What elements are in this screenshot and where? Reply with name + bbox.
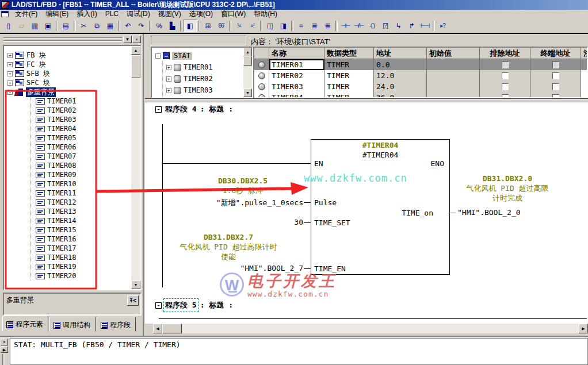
scroll-thumb[interactable] bbox=[162, 324, 182, 333]
tree-item-timer[interactable]: TIMER10 bbox=[31, 179, 130, 189]
variable-row[interactable]: TIMER02 TIMER 12.0 bbox=[254, 70, 587, 81]
pane-splitter[interactable] bbox=[145, 98, 588, 102]
terminal-checkbox[interactable] bbox=[552, 72, 559, 79]
block-instance-name[interactable]: #TIMER04 bbox=[311, 151, 449, 159]
tree-item-timer[interactable]: TIMER13 bbox=[31, 207, 130, 216]
collapse-icon[interactable]: - bbox=[7, 90, 13, 95]
collapse-network-icon[interactable]: - bbox=[155, 302, 162, 309]
output-next-button[interactable]: ▶ bbox=[1, 346, 8, 353]
scroll-up-button[interactable]: ▲ bbox=[131, 46, 140, 55]
scroll-down-button[interactable]: ▼ bbox=[243, 89, 252, 97]
toolbar-button[interactable] bbox=[334, 20, 339, 32]
expand-icon[interactable]: + bbox=[7, 53, 13, 58]
tree-item-multi-instance[interactable]: - 多重背景 bbox=[6, 87, 130, 97]
menu-item[interactable]: 编辑(E) bbox=[41, 9, 72, 18]
expand-icon[interactable]: + bbox=[7, 62, 13, 67]
tree-item-timer[interactable]: TIMER14 bbox=[31, 216, 130, 225]
branch-up-icon[interactable]: ↱ bbox=[405, 20, 418, 32]
scroll-thumb[interactable] bbox=[243, 56, 252, 66]
toolbar-button[interactable] bbox=[55, 20, 59, 32]
tree-item-timer[interactable]: TIMER17 bbox=[31, 244, 130, 253]
col-terminal[interactable]: 终端地址 bbox=[530, 48, 581, 59]
menu-item[interactable]: 文件(F) bbox=[11, 9, 41, 18]
panel-tab[interactable]: 程序元素 bbox=[2, 316, 48, 332]
output-close-button[interactable]: × bbox=[1, 339, 8, 345]
comment-toggle-icon[interactable]: ◧ bbox=[184, 20, 197, 32]
toolbar-button[interactable] bbox=[290, 20, 295, 32]
call-structure-icon[interactable]: ℅ bbox=[152, 20, 166, 32]
tree-item-timer[interactable]: TIMER05 bbox=[31, 133, 130, 143]
declaration-filter-field[interactable] bbox=[151, 36, 246, 45]
rail-icon[interactable]: ⊢⊣ bbox=[418, 20, 432, 32]
menu-item[interactable]: 视图(V) bbox=[154, 9, 185, 18]
col-datatype[interactable]: 数据类型 bbox=[324, 48, 374, 59]
connections-icon[interactable]: ⊞ bbox=[201, 20, 215, 32]
pulse-operand[interactable]: "新增".pulse_1_0secs bbox=[145, 198, 303, 208]
col-name[interactable]: 名称 bbox=[269, 48, 324, 59]
cell-name[interactable]: TIMER01 bbox=[269, 59, 324, 70]
col-exclude[interactable]: 排除地址 bbox=[480, 48, 530, 59]
help-select-icon[interactable]: ▸? bbox=[436, 20, 449, 32]
tree-item-timer[interactable]: TIMER01 bbox=[31, 97, 130, 106]
tree-item-timer[interactable]: TIMER09 bbox=[31, 170, 130, 179]
empty-box-icon[interactable]: [?] bbox=[379, 20, 392, 32]
tree-item-timer[interactable]: TIMER03 bbox=[31, 115, 130, 124]
toolbar-button[interactable] bbox=[117, 20, 121, 32]
panel-grab-bar[interactable]: ▼ × bbox=[2, 36, 142, 44]
toolbar-button[interactable] bbox=[179, 20, 184, 32]
cell-name[interactable]: TIMER02 bbox=[269, 70, 324, 81]
tree-item-timer[interactable]: TIMER19 bbox=[31, 262, 130, 271]
expand-icon[interactable]: + bbox=[166, 76, 171, 82]
menu-item[interactable]: 帮助(H) bbox=[250, 9, 281, 18]
expand-icon[interactable]: + bbox=[166, 65, 171, 70]
program-canvas[interactable]: - 程序段 4 : 标题 : #TIMER04 #TIMER04 EN ENO … bbox=[145, 102, 588, 324]
scroll-thumb[interactable] bbox=[131, 55, 140, 78]
toolbar-button[interactable] bbox=[259, 20, 264, 32]
terminal-checkbox[interactable] bbox=[552, 83, 559, 90]
panel-tab[interactable]: 程序段 bbox=[97, 317, 136, 332]
goto-next-icon[interactable]: »! bbox=[246, 20, 259, 32]
timer-function-block[interactable]: #TIMER04 #TIMER04 EN ENO Pulse TIME_SET … bbox=[311, 139, 450, 275]
tree-item-timer[interactable]: TIMER11 bbox=[31, 189, 130, 198]
exclude-checkbox[interactable] bbox=[502, 83, 509, 90]
paste-icon[interactable]: ▦ bbox=[104, 20, 117, 32]
cell-datatype[interactable]: TIMER bbox=[324, 81, 374, 92]
tree-item-timer[interactable]: TIMER18 bbox=[31, 253, 130, 262]
menu-item[interactable]: 窗口(W) bbox=[217, 9, 250, 18]
stat-child-item[interactable]: + TIMER03 bbox=[163, 84, 242, 96]
symbol-list-icon[interactable]: ≣ bbox=[308, 20, 321, 32]
menu-item[interactable]: 选项(O) bbox=[185, 9, 217, 18]
tree-folder-item[interactable]: + SFB 块 bbox=[6, 69, 130, 78]
tree-item-timer[interactable]: TIMER16 bbox=[31, 235, 130, 244]
collapse-icon[interactable]: - bbox=[155, 53, 161, 59]
menu-item[interactable]: 调试(D) bbox=[123, 9, 154, 18]
cut-icon[interactable]: ✂ bbox=[77, 20, 90, 32]
network-card-icon[interactable]: ▥ bbox=[28, 20, 41, 32]
toolbar-button[interactable] bbox=[197, 20, 201, 32]
network5-header[interactable]: - 程序段 5 : 标题 : bbox=[155, 300, 233, 310]
cell-name[interactable]: TIMER04 bbox=[269, 92, 324, 98]
coil-icon[interactable]: -( ) bbox=[365, 20, 379, 32]
branch-down-icon[interactable]: ↳ bbox=[392, 20, 405, 32]
toolbar-button[interactable] bbox=[72, 20, 77, 32]
toolbar-button[interactable] bbox=[148, 20, 152, 32]
toolbar-button[interactable] bbox=[432, 20, 436, 32]
tree-folder-item[interactable]: + SFC 块 bbox=[6, 78, 130, 87]
menu-item[interactable]: PLC bbox=[101, 9, 123, 18]
terminal-checkbox[interactable] bbox=[552, 94, 559, 99]
open-icon[interactable]: ▱ bbox=[15, 20, 28, 32]
copy-icon[interactable]: ⧉ bbox=[90, 20, 104, 32]
goto-previous-icon[interactable]: !« bbox=[232, 20, 246, 32]
time-set-operand[interactable]: 30 bbox=[145, 218, 303, 226]
scroll-left-button[interactable]: ◀ bbox=[153, 324, 162, 333]
block-chart-icon[interactable]: ▙ bbox=[166, 20, 179, 32]
tree-item-timer[interactable]: TIMER04 bbox=[31, 124, 130, 133]
split-view-icon[interactable]: ◫ bbox=[264, 20, 277, 32]
insert-symbol-button[interactable]: Ŧ< bbox=[127, 295, 139, 306]
stat-child-item[interactable]: + TIMER01 bbox=[163, 62, 242, 73]
variable-row[interactable]: TIMER03 TIMER 24.0 bbox=[254, 81, 587, 92]
tree-item-timer[interactable]: TIMER12 bbox=[31, 198, 130, 207]
col-address[interactable]: 地址 bbox=[374, 48, 427, 59]
cell-name[interactable]: TIMER03 bbox=[269, 81, 324, 92]
network5-label[interactable]: 程序段 5 bbox=[165, 300, 197, 310]
